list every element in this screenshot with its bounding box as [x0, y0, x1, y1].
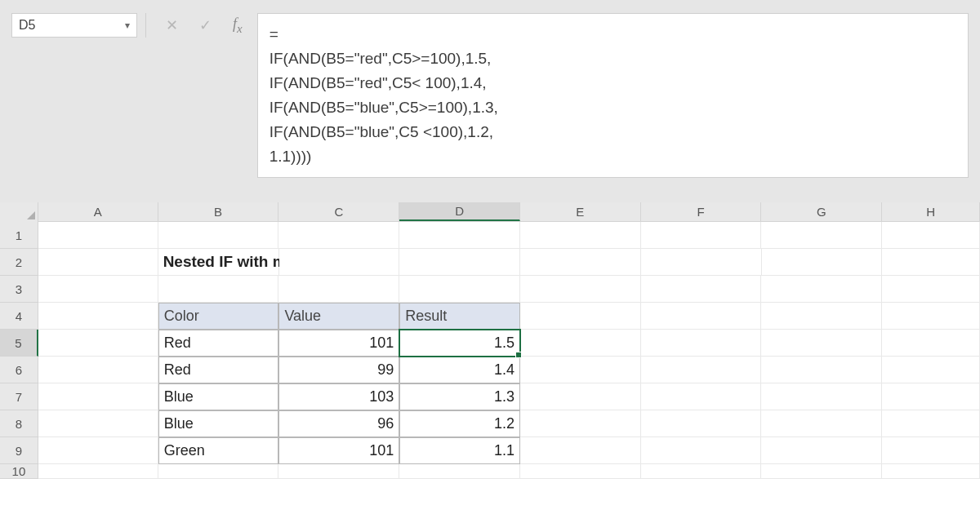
cell[interactable] — [761, 357, 882, 383]
table-header-color[interactable]: Color — [158, 303, 279, 330]
cell[interactable] — [520, 303, 641, 330]
col-header-H[interactable]: H — [882, 202, 980, 221]
table-cell[interactable]: 1.3 — [399, 383, 520, 410]
col-header-B[interactable]: B — [158, 202, 279, 221]
cell[interactable] — [158, 464, 279, 479]
table-cell[interactable]: 1.1 — [399, 437, 520, 464]
cell[interactable] — [520, 383, 641, 410]
cell[interactable] — [762, 249, 883, 276]
title-cell[interactable]: Nested IF with multiple AND — [158, 249, 279, 276]
cell[interactable] — [38, 330, 158, 357]
cell[interactable] — [520, 276, 641, 303]
cell[interactable] — [761, 383, 882, 410]
cell[interactable] — [882, 410, 980, 437]
enter-icon[interactable]: ✓ — [199, 16, 212, 34]
row-header-6[interactable]: 6 — [0, 357, 38, 383]
fx-icon[interactable]: fx — [233, 16, 243, 36]
col-header-E[interactable]: E — [520, 202, 641, 221]
cell[interactable] — [761, 303, 882, 330]
formula-input[interactable]: = IF(AND(B5="red",C5>=100),1.5, IF(AND(B… — [257, 13, 969, 178]
chevron-down-icon[interactable]: ▾ — [125, 20, 130, 31]
active-cell[interactable]: 1.5 — [399, 330, 520, 357]
table-cell[interactable]: Red — [158, 357, 279, 383]
row-header-7[interactable]: 7 — [0, 383, 38, 410]
cell[interactable] — [520, 357, 641, 383]
row-header-4[interactable]: 4 — [0, 303, 38, 330]
cell[interactable] — [882, 222, 980, 249]
row-header-10[interactable]: 10 — [0, 464, 38, 479]
cell[interactable] — [641, 383, 762, 410]
cell[interactable] — [399, 464, 520, 479]
cell[interactable] — [882, 437, 980, 464]
table-cell[interactable]: Blue — [158, 383, 279, 410]
cell[interactable] — [761, 437, 882, 464]
row-header-3[interactable]: 3 — [0, 276, 38, 303]
table-cell[interactable]: 99 — [278, 357, 399, 383]
cell[interactable] — [38, 249, 158, 276]
row-header-2[interactable]: 2 — [0, 249, 38, 276]
table-cell[interactable]: Blue — [158, 410, 279, 437]
cell[interactable] — [278, 464, 399, 479]
cell[interactable] — [761, 222, 882, 249]
cell[interactable] — [641, 357, 762, 383]
cell[interactable] — [38, 437, 158, 464]
row-header-1[interactable]: 1 — [0, 222, 38, 249]
cell[interactable] — [641, 303, 762, 330]
cell[interactable] — [520, 410, 641, 437]
cell[interactable] — [38, 303, 158, 330]
select-all-corner[interactable] — [0, 202, 38, 222]
table-cell[interactable]: Green — [158, 437, 279, 464]
cell[interactable] — [761, 276, 882, 303]
table-cell[interactable]: Red — [158, 330, 279, 357]
col-header-C[interactable]: C — [278, 202, 399, 221]
cell[interactable] — [399, 222, 520, 249]
cell[interactable] — [641, 330, 762, 357]
cell[interactable] — [641, 437, 762, 464]
cell[interactable] — [38, 276, 158, 303]
cell[interactable] — [520, 330, 641, 357]
cell[interactable] — [38, 410, 158, 437]
cell[interactable] — [158, 276, 279, 303]
table-cell[interactable]: 1.4 — [399, 357, 520, 383]
cell[interactable] — [882, 276, 980, 303]
cell[interactable] — [38, 383, 158, 410]
cell[interactable] — [761, 464, 882, 479]
cell[interactable] — [641, 222, 762, 249]
table-cell[interactable]: 96 — [278, 410, 399, 437]
cell[interactable] — [399, 249, 520, 276]
cell[interactable] — [641, 464, 762, 479]
cell[interactable] — [520, 437, 641, 464]
row-header-9[interactable]: 9 — [0, 437, 38, 464]
cell[interactable] — [520, 222, 641, 249]
cell[interactable] — [38, 222, 158, 249]
row-header-8[interactable]: 8 — [0, 410, 38, 437]
table-header-result[interactable]: Result — [399, 303, 520, 330]
table-cell[interactable]: 1.2 — [399, 410, 520, 437]
cell[interactable] — [882, 303, 980, 330]
cell[interactable] — [38, 357, 158, 383]
table-header-value[interactable]: Value — [278, 303, 399, 330]
cell[interactable] — [882, 357, 980, 383]
cell[interactable] — [882, 330, 980, 357]
cell[interactable] — [399, 276, 520, 303]
table-cell[interactable]: 103 — [278, 383, 399, 410]
cell[interactable] — [158, 222, 279, 249]
name-box[interactable]: D5 ▾ — [11, 13, 137, 38]
cell[interactable] — [520, 249, 641, 276]
cell[interactable] — [520, 464, 641, 479]
cell[interactable] — [278, 276, 399, 303]
cell[interactable] — [279, 249, 400, 276]
cell[interactable] — [761, 330, 882, 357]
cell[interactable] — [278, 222, 399, 249]
cell[interactable] — [38, 464, 158, 479]
cell[interactable] — [641, 249, 762, 276]
cell[interactable] — [882, 383, 980, 410]
cell[interactable] — [641, 410, 762, 437]
cell[interactable] — [641, 276, 762, 303]
table-cell[interactable]: 101 — [278, 330, 399, 357]
table-cell[interactable]: 101 — [278, 437, 399, 464]
row-header-5[interactable]: 5 — [0, 330, 38, 357]
cell[interactable] — [882, 249, 980, 276]
col-header-A[interactable]: A — [38, 202, 158, 221]
cell[interactable] — [882, 464, 980, 479]
